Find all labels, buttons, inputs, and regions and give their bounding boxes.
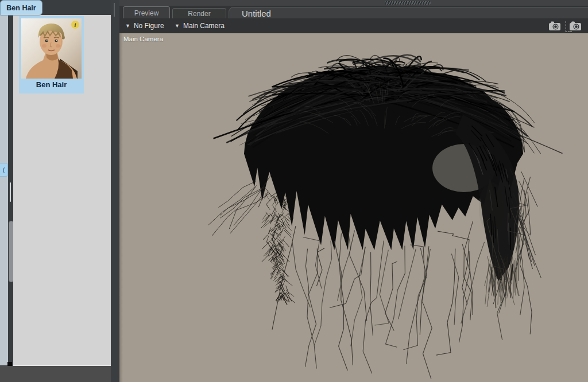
collapsed-panel-tab[interactable]: ( [0, 163, 8, 177]
document-tab-bar: Preview Render Untitled [119, 6, 588, 18]
chevron-down-icon: ▼ [175, 23, 180, 29]
panel-bottom-bar [0, 366, 119, 382]
side-rail: ( [0, 15, 8, 365]
panel-splitter[interactable] [111, 0, 119, 382]
figure-selector[interactable]: ▼ No Figure [125, 18, 164, 33]
tab-preview-label: Preview [134, 9, 159, 17]
splitter-handle[interactable] [114, 3, 115, 17]
library-item-ben-hair[interactable]: i Ben Hair [19, 16, 84, 93]
document-title-text: Untitled [242, 9, 271, 18]
document-title[interactable]: Untitled [229, 7, 588, 19]
tab-render[interactable]: Render [172, 8, 226, 19]
viewport-toolbar: ▼ No Figure ▼ Main Camera [119, 18, 588, 33]
camera-selector[interactable]: ▼ Main Camera [175, 18, 225, 33]
library-panel: i Ben Hair [13, 15, 111, 366]
area-render-camera-icon[interactable] [567, 20, 583, 32]
info-icon-glyph: i [75, 22, 76, 28]
camera-glyph [548, 21, 562, 31]
marquee-dashes [566, 21, 572, 32]
hair-wireframe [119, 33, 588, 382]
library-tab-ben-hair[interactable]: Ben Hair [0, 0, 42, 15]
window-top-strip [119, 0, 588, 6]
application-window: Ben Hair ( [0, 0, 588, 382]
library-scrollbar-track[interactable] [8, 0, 13, 382]
tab-render-label: Render [188, 10, 210, 18]
splitter-grip[interactable] [10, 182, 11, 202]
tab-preview[interactable]: Preview [123, 6, 170, 19]
ben-hair-thumbnail-image[interactable]: i [21, 18, 82, 79]
chevron-down-icon: ▼ [125, 23, 130, 29]
library-item-label: Ben Hair [19, 80, 84, 89]
figure-selector-label: No Figure [134, 22, 164, 30]
drag-grip[interactable] [385, 1, 431, 5]
viewport[interactable]: Main Camera [119, 33, 588, 382]
document-area: Preview Render Untitled ▼ No Figure ▼ Ma… [119, 0, 588, 382]
info-icon[interactable]: i [71, 21, 79, 29]
collapse-glyph: ( [3, 166, 5, 173]
camera-selector-label: Main Camera [183, 22, 225, 30]
library-tab-label: Ben Hair [6, 4, 36, 12]
render-camera-icon[interactable] [547, 20, 563, 32]
